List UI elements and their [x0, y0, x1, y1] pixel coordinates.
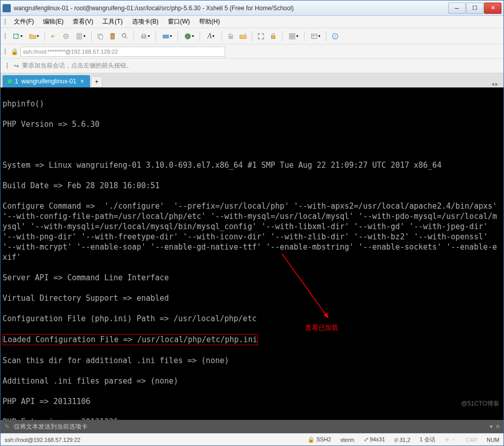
disconnect-button[interactable]	[60, 31, 72, 42]
tab-next-icon[interactable]: ▸	[495, 80, 498, 87]
menu-bar: 文件(F) 编辑(E) 查看(V) 工具(T) 选项卡(B) 窗口(W) 帮助(…	[1, 16, 503, 28]
status-num: NUM	[487, 437, 499, 443]
grip-handle[interactable]	[5, 46, 8, 57]
tab-index: 1	[15, 78, 18, 85]
svg-rect-13	[166, 35, 168, 38]
svg-rect-21	[311, 34, 317, 38]
menu-tools[interactable]: 工具(T)	[98, 16, 126, 28]
annotation-label: 查看已加载	[305, 323, 338, 333]
color-scheme-button[interactable]: ▾	[181, 31, 196, 42]
tile-button[interactable]: ▾	[286, 31, 301, 42]
terminal-line: PHP API => 20131106	[3, 396, 501, 407]
terminal-line: Server API => Command Line Interface	[3, 273, 501, 283]
connected-status-icon	[8, 79, 12, 83]
add-tab-button[interactable]: +	[91, 76, 102, 87]
terminal-line: PHP Version => 5.6.30	[3, 119, 501, 129]
fullscreen-button[interactable]	[255, 31, 267, 42]
transfer-button[interactable]: ▾	[159, 31, 174, 42]
session-tab[interactable]: 1 wangruifenglinux-01 ×	[3, 75, 90, 87]
status-cursor-pos: ⎚ 31,2	[395, 437, 410, 443]
print-button[interactable]: ▾	[137, 31, 152, 42]
lock-button[interactable]	[268, 31, 279, 42]
highlighted-config-line: Loaded Configuration File => /usr/local/…	[3, 334, 501, 345]
grip-handle[interactable]	[5, 16, 8, 28]
sendbar-arrow-icon[interactable]: ▾	[490, 423, 493, 430]
paste-button[interactable]	[107, 31, 118, 42]
svg-rect-19	[289, 36, 291, 38]
separator	[252, 31, 252, 41]
svg-rect-6	[99, 35, 102, 39]
terminal[interactable]: phpinfo() PHP Version => 5.6.30 System =…	[1, 87, 503, 420]
new-session-button[interactable]: +▾	[10, 31, 25, 42]
status-divider: ⊕ ↔	[445, 436, 456, 443]
terminal-line: PHP Extension => 20131226	[3, 417, 501, 420]
tab-prev-icon[interactable]: ◂	[491, 80, 494, 87]
tip-bar: ↪ 要添加当前会话，点击左侧的箭头按钮。	[1, 59, 503, 73]
tab-label: wangruifenglinux-01	[21, 78, 76, 85]
status-size: ⤢ 94x31	[364, 436, 385, 443]
maximize-button[interactable]: ☐	[466, 3, 484, 14]
close-button[interactable]: ✕	[484, 3, 501, 14]
app-window: wangruifenglinux-01 - root@wangruifeng-0…	[0, 0, 504, 446]
menu-file[interactable]: 文件(F)	[10, 16, 38, 28]
svg-point-15	[230, 36, 232, 38]
grip-handle[interactable]	[7, 60, 10, 72]
menu-help[interactable]: 帮助(H)	[195, 16, 224, 28]
svg-rect-17	[289, 33, 291, 35]
toolbar: +▾ ▾ ▾ ▾ ▾	[1, 28, 503, 44]
lock-icon: 🔒	[11, 48, 18, 55]
terminal-line: Configure Command => './configure' '--pr…	[3, 201, 501, 262]
help-button[interactable]: ?	[330, 31, 341, 42]
xftp-button[interactable]	[237, 31, 249, 42]
arrow-icon[interactable]: ↪	[14, 62, 19, 70]
reconnect-button[interactable]	[48, 31, 59, 42]
terminal-line: System => Linux wangruifeng-01 3.10.0-69…	[3, 160, 501, 170]
title-bar: wangruifenglinux-01 - root@wangruifeng-0…	[1, 1, 503, 16]
svg-line-24	[282, 254, 328, 318]
separator	[156, 31, 156, 41]
sendbar-menu-icon[interactable]: ≡	[496, 423, 499, 430]
menu-window[interactable]: 窗口(W)	[164, 16, 194, 28]
address-input[interactable]: ssh://root:********@192.168.57.129:22	[20, 47, 225, 57]
svg-rect-20	[292, 36, 294, 38]
find-button[interactable]	[119, 31, 130, 42]
separator	[222, 31, 222, 41]
status-cap: CAP	[466, 437, 477, 443]
separator	[200, 31, 200, 41]
separator	[304, 31, 304, 41]
tip-text: 要添加当前会话，点击左侧的箭头按钮。	[22, 61, 133, 70]
status-term: xterm	[340, 437, 355, 443]
layout-button[interactable]: ▾	[308, 31, 323, 42]
terminal-line: Additional .ini files parsed => (none)	[3, 376, 501, 386]
tab-nav: ◂ ▸	[491, 80, 501, 87]
open-button[interactable]: ▾	[26, 31, 41, 42]
minimize-button[interactable]: ─	[448, 3, 466, 14]
separator	[45, 31, 45, 41]
svg-rect-18	[292, 33, 294, 35]
separator	[134, 31, 134, 41]
status-sessions: 1 会话	[420, 436, 435, 443]
font-button[interactable]: A▾	[203, 31, 218, 42]
svg-rect-11	[142, 34, 145, 36]
window-controls: ─ ☐ ✕	[448, 3, 501, 14]
menu-view[interactable]: 查看(V)	[69, 16, 97, 28]
separator	[282, 31, 282, 41]
watermark: @51CTO博客	[461, 398, 499, 409]
grip-handle[interactable]	[5, 31, 8, 42]
terminal-line: Configuration File (php.ini) Path => /us…	[3, 314, 501, 324]
address-value: ssh://root:********@192.168.57.129:22	[23, 49, 118, 55]
terminal-line: Build Date => Feb 28 2018 16:00:51	[3, 181, 501, 191]
menu-edit[interactable]: 编辑(E)	[39, 16, 68, 28]
separator	[91, 31, 92, 41]
menu-tab[interactable]: 选项卡(B)	[128, 16, 163, 28]
compose-icon[interactable]: ✎	[5, 423, 10, 430]
script-button[interactable]	[225, 31, 236, 42]
send-bar: ✎ 仅将文本发送到当前选项卡 ▾ ≡	[1, 420, 503, 433]
status-bar: ssh://root@192.168.57.129:22 🔒 SSH2 xter…	[1, 433, 503, 445]
tab-close-button[interactable]: ×	[79, 78, 85, 85]
status-connection: ssh://root@192.168.57.129:22	[5, 437, 80, 443]
copy-button[interactable]	[95, 31, 106, 42]
window-title: wangruifenglinux-01 - root@wangruifeng-0…	[14, 5, 448, 12]
address-bar: 🔒 ssh://root:********@192.168.57.129:22	[1, 44, 503, 59]
properties-button[interactable]: ▾	[73, 31, 88, 42]
